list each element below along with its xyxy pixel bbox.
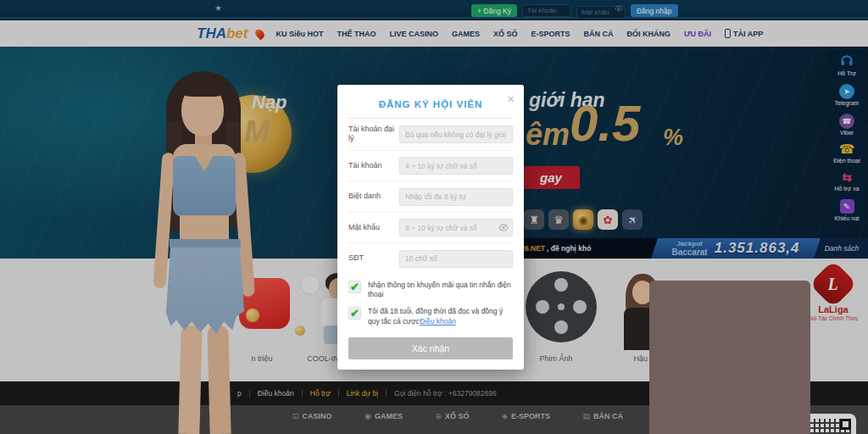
thabet-logo[interactable]: THAbet: [197, 25, 248, 42]
headline-fragment: giới hạn: [529, 89, 605, 112]
footer-cat-casino[interactable]: ⊡CASINO: [292, 412, 332, 420]
reel-hole: [554, 278, 568, 292]
jackpot-banner: Jackpot Baccarat 1.351.863,4: [651, 238, 821, 259]
girl-game-icon[interactable]: ♟: [649, 281, 810, 434]
nav-item-tai-app[interactable]: TẢI APP: [725, 29, 763, 38]
footer-link-ho-tro[interactable]: Hỗ trợ: [310, 389, 331, 398]
field-label: Biệt danh: [348, 192, 399, 201]
topbar-account-input[interactable]: [522, 4, 571, 17]
top-bar: ★ + Đăng Ký Đăng nhập: [0, 0, 868, 19]
sidebar-item-complaint[interactable]: ✎ Khiếu nại: [828, 195, 865, 223]
terms-link[interactable]: Điều khoản: [420, 317, 456, 326]
logo-part-1: THA: [197, 25, 226, 42]
footer-cat-games[interactable]: ◉GAMES: [364, 412, 403, 420]
agent-account-input[interactable]: [399, 125, 513, 143]
main-nav: THAbet KU Siêu HOT THỂ THAO LIVE CASINO …: [0, 20, 868, 47]
account-input[interactable]: [399, 157, 513, 175]
qr-marker: [840, 419, 851, 430]
sidebar-label: Telegram: [828, 100, 865, 106]
password-input[interactable]: [399, 219, 513, 236]
login-cluster: + Đăng Ký Đăng nhập: [471, 3, 678, 19]
footer-cat-label: GAMES: [375, 412, 403, 420]
nav-item-ku-sieu-hot[interactable]: KU Siêu HOT: [275, 30, 323, 38]
nav-item-games[interactable]: GAMES: [452, 30, 480, 38]
jackpot-value: 1.351.863,4: [715, 240, 800, 257]
jackpot-line2: Baccarat: [671, 248, 707, 258]
checkbox-checked[interactable]: ✔: [348, 307, 361, 320]
headline-value: 0.5: [570, 94, 640, 153]
nav-item-label: TẢI APP: [733, 30, 763, 38]
age-checkbox-label: Tôi đã 18 tuổi, đồng thời đã đọc và đồng…: [368, 307, 513, 327]
footer-cat-lottery[interactable]: ⊕XỔ SỐ: [435, 412, 469, 420]
confirm-button[interactable]: Xác nhận: [348, 337, 513, 359]
nav-item-the-thao[interactable]: THỂ THAO: [337, 30, 376, 38]
thabet-page: ★ + Đăng Ký Đăng nhập THAbet KU Siêu HOT…: [0, 0, 868, 434]
promo-checkbox-label: Nhận thông tin khuyến mãi qua tin nhắn đ…: [368, 281, 513, 301]
laliga-name: LaLiga: [804, 304, 863, 314]
login-button[interactable]: Đăng nhập: [631, 4, 678, 17]
field-label: Mật khẩu: [348, 223, 399, 232]
phone-icon: ☎: [839, 142, 855, 157]
model-leg: [207, 326, 231, 434]
sidebar-item-phone[interactable]: ☎ Điện thoại: [828, 139, 865, 165]
game-character-icon[interactable]: ♛: [548, 209, 569, 230]
field-label: Tài khoản: [348, 161, 399, 170]
phone-input[interactable]: [399, 250, 513, 268]
star-icon: ★: [214, 3, 222, 13]
register-button[interactable]: + Đăng Ký: [471, 4, 517, 17]
game-character-icon[interactable]: ♜: [524, 209, 544, 230]
form-field-nickname: Biệt danh: [348, 181, 513, 213]
footer-cat-fishing[interactable]: ▤BẮN CÁ: [582, 412, 623, 420]
checkbox-checked[interactable]: ✔: [348, 281, 361, 293]
deposit-now-button[interactable]: gay: [522, 166, 580, 189]
model-denim-top: [195, 156, 214, 171]
mobile-phone-icon: [725, 29, 731, 38]
sidebar-item-support[interactable]: Hỗ Trợ: [828, 49, 865, 78]
fishing-icon: ▤: [582, 412, 590, 420]
laliga-letter: L: [828, 275, 838, 294]
film-card[interactable]: [526, 271, 598, 354]
casino-icon: ⊡: [292, 412, 299, 420]
sidebar-item-viber[interactable]: ☎ Viber: [828, 109, 865, 137]
age-checkbox-row: ✔ Tôi đã 18 tuổi, đồng thời đã đọc và đồ…: [348, 300, 513, 327]
sidebar-item-telegram[interactable]: ➤ Telegram: [828, 80, 865, 108]
sidebar-item-remote-support[interactable]: ⇆ Hỗ trợ xa: [828, 167, 865, 193]
support-hotline: Gọi điện hỗ trợ : +63279082896: [394, 389, 497, 398]
rocket-icon[interactable]: ✈: [622, 209, 643, 230]
reel-hole: [558, 303, 565, 310]
divider: [302, 390, 303, 398]
sidebar-label: Khiếu nại: [828, 215, 865, 221]
nav-item-xo-so[interactable]: XỔ SỐ: [493, 30, 518, 38]
nickname-input[interactable]: [399, 188, 513, 206]
close-icon[interactable]: ×: [507, 93, 515, 104]
gift-bow-icon[interactable]: ✿: [598, 209, 618, 230]
model-leg: [178, 326, 202, 434]
esports-icon: ◈: [502, 412, 508, 420]
sidebar-label: Hỗ Trợ: [828, 70, 865, 76]
footer-cat-esports[interactable]: ◈E-SPORTS: [502, 412, 550, 420]
reel-hole: [536, 300, 549, 314]
gold-game-icon[interactable]: ◉: [573, 209, 593, 230]
eye-slash-icon[interactable]: [498, 224, 509, 231]
nav-item-live-casino[interactable]: LIVE CASINO: [389, 30, 438, 38]
form-field-phone: SĐT: [348, 243, 513, 274]
footer-link-du-bi[interactable]: Link dự bị: [347, 389, 378, 398]
jackpot-line1: Jackpot: [671, 240, 707, 248]
headline-fragment: êm: [526, 117, 570, 153]
topbar-password-wrap: [576, 3, 626, 19]
nav-item-ban-ca[interactable]: BẮN CÁ: [584, 30, 614, 38]
lottery-icon: ⊕: [435, 412, 442, 420]
nav-item-doi-khang[interactable]: ĐỐI KHÁNG: [627, 30, 671, 38]
telegram-icon: ➤: [839, 84, 854, 99]
nav-item-esports[interactable]: E-SPORTS: [531, 30, 570, 38]
nav-item-uu-dai[interactable]: ƯU ĐÃI: [684, 30, 711, 38]
laliga-partner-block[interactable]: L LaLiga Đối Tác Chính Thức: [804, 267, 863, 321]
headset-icon: [839, 53, 854, 66]
eye-icon[interactable]: [615, 5, 623, 12]
sidebar-label: Điện thoại: [828, 158, 865, 164]
sidebar-label: Hỗ trợ xa: [828, 186, 865, 192]
footer-cat-label: XỔ SỐ: [445, 412, 470, 420]
modal-title: ĐĂNG KÝ HỘI VIÊN: [379, 99, 483, 109]
ticker-text-suffix: , đề nghị khó: [547, 244, 591, 253]
model-photo: [125, 71, 287, 434]
